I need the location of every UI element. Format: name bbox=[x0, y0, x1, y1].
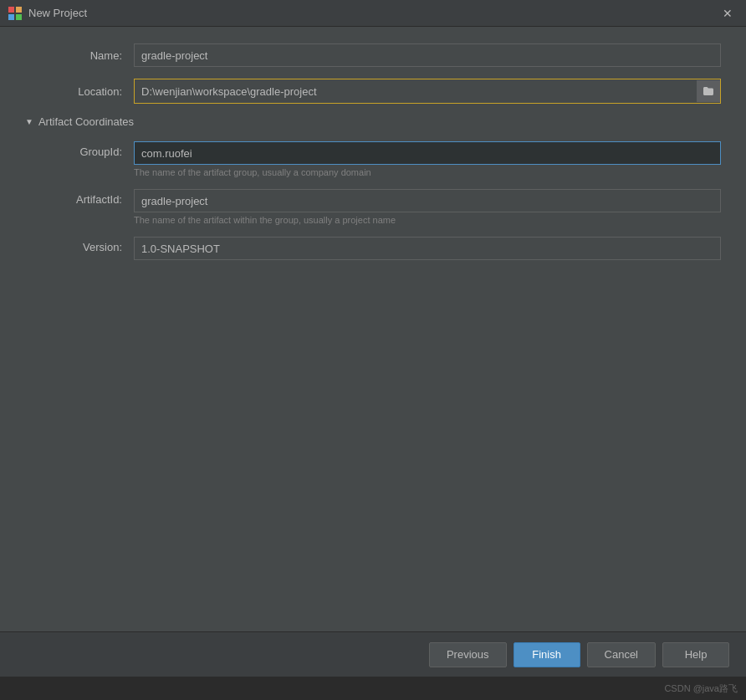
groupid-hint: The name of the artifact group, usually … bbox=[134, 167, 721, 177]
artifact-inner: GroupId: The name of the artifact group,… bbox=[25, 141, 721, 260]
name-label: Name: bbox=[25, 49, 134, 62]
dialog-overlay: New Project ✕ Name: Location: bbox=[0, 0, 746, 700]
name-input[interactable] bbox=[134, 43, 721, 67]
groupid-row: GroupId: The name of the artifact group,… bbox=[42, 141, 721, 186]
name-row: Name: bbox=[25, 43, 721, 67]
version-input-wrapper bbox=[134, 237, 721, 260]
location-input-wrapper bbox=[134, 79, 721, 104]
finish-button[interactable]: Finish bbox=[514, 642, 580, 667]
artifactid-input[interactable] bbox=[134, 189, 721, 212]
section-toggle-icon: ▼ bbox=[25, 117, 33, 126]
svg-rect-0 bbox=[8, 7, 14, 13]
bottom-bar: CSDN @java路飞 bbox=[0, 677, 746, 700]
folder-icon bbox=[703, 86, 714, 96]
artifactid-input-wrapper: The name of the artifact within the grou… bbox=[134, 189, 721, 233]
previous-button[interactable]: Previous bbox=[429, 642, 507, 667]
groupid-input-wrapper: The name of the artifact group, usually … bbox=[134, 141, 721, 186]
version-row: Version: bbox=[42, 237, 721, 260]
groupid-label: GroupId: bbox=[42, 141, 134, 158]
version-label: Version: bbox=[42, 237, 134, 253]
close-icon: ✕ bbox=[723, 7, 733, 20]
cancel-button[interactable]: Cancel bbox=[587, 642, 656, 667]
location-input[interactable] bbox=[135, 79, 697, 103]
artifactid-hint: The name of the artifact within the grou… bbox=[134, 215, 721, 225]
groupid-input[interactable] bbox=[134, 141, 721, 165]
artifactid-label: ArtifactId: bbox=[42, 189, 134, 206]
watermark-text: CSDN @java路飞 bbox=[664, 682, 738, 695]
main-content: Name: Location: ▼ Artifact Coordinates bbox=[0, 27, 746, 631]
location-browse-button[interactable] bbox=[697, 80, 720, 102]
footer: Previous Finish Cancel Help bbox=[0, 631, 746, 677]
close-button[interactable]: ✕ bbox=[718, 3, 738, 23]
dialog-title: New Project bbox=[28, 7, 718, 19]
location-label: Location: bbox=[25, 85, 134, 98]
location-row: Location: bbox=[25, 79, 721, 104]
title-bar: New Project ✕ bbox=[0, 0, 746, 27]
svg-rect-2 bbox=[8, 14, 14, 20]
version-input[interactable] bbox=[134, 237, 721, 260]
artifact-section: ▼ Artifact Coordinates GroupId: The name… bbox=[25, 115, 721, 260]
help-button[interactable]: Help bbox=[662, 642, 729, 667]
artifactid-row: ArtifactId: The name of the artifact wit… bbox=[42, 189, 721, 233]
svg-rect-1 bbox=[16, 7, 22, 13]
svg-rect-3 bbox=[16, 14, 22, 20]
app-icon bbox=[8, 7, 22, 20]
artifact-section-header[interactable]: ▼ Artifact Coordinates bbox=[25, 115, 721, 128]
artifact-section-title: Artifact Coordinates bbox=[38, 115, 134, 128]
